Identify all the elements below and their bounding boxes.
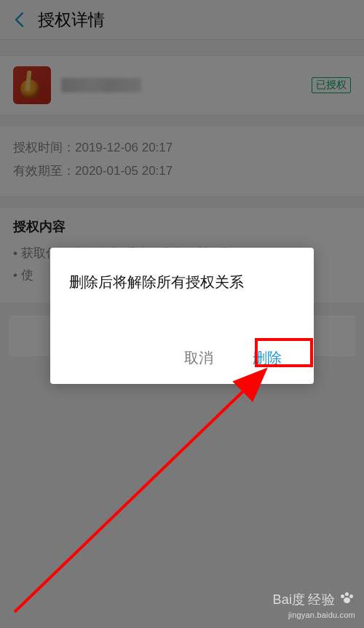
cancel-button[interactable]: 取消 (178, 345, 219, 371)
confirm-modal: 删除后将解除所有授权关系 取消 删除 (50, 248, 314, 384)
modal-message: 删除后将解除所有授权关系 (69, 271, 295, 293)
watermark-brand: Bai度经验 (273, 591, 355, 609)
watermark: Bai度经验 jingyan.baidu.com (273, 591, 355, 621)
page-root: 授权详情 已授权 授权时间：2019-12-06 20:17 有效期至：2020… (0, 0, 364, 628)
paw-icon (341, 592, 355, 605)
watermark-url: jingyan.baidu.com (273, 610, 355, 621)
delete-button[interactable]: 删除 (247, 345, 288, 371)
modal-actions: 取消 删除 (69, 345, 295, 371)
